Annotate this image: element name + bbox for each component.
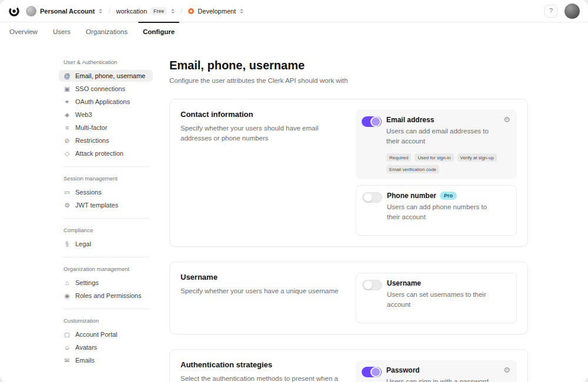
toggle-knob	[364, 193, 372, 202]
app-window: Personal Account / workcation Free / Dev…	[0, 0, 588, 382]
tab-users[interactable]: Users	[52, 22, 72, 41]
help-icon: ?	[549, 8, 553, 14]
sidebar-item-label: Restrictions	[75, 137, 109, 144]
card-info: Authentication strategies Select the aut…	[181, 360, 344, 382]
tab-configure[interactable]: Configure	[142, 22, 176, 41]
sidebar-section-title: Organization management	[64, 266, 153, 272]
breadcrumb: Personal Account / workcation Free / Dev…	[8, 5, 243, 17]
password-toggle[interactable]	[362, 367, 382, 377]
setting-password: Password Users can sign in with a passwo…	[356, 360, 517, 382]
sso-icon: ▣	[64, 85, 71, 92]
setting-username: Username Users can set usernames to thei…	[356, 273, 517, 323]
page-subtitle: Configure the user attributes the Clerk …	[169, 77, 528, 84]
sidebar-section-title: Session management	[64, 175, 153, 182]
main-panel: Email, phone, username Configure the use…	[169, 59, 528, 382]
plan-badge: Free	[151, 7, 167, 15]
oauth-icon: ✦	[64, 98, 71, 105]
setting-title: Email address	[386, 116, 434, 124]
sidebar-item-web3[interactable]: ◈ Web3	[59, 109, 153, 120]
shield-icon: ◇	[64, 150, 71, 157]
jwt-icon: ⚙	[64, 202, 71, 209]
setting-description: Users can add email addresses to their a…	[386, 126, 500, 147]
setting-body: Phone number Pro Users can add phone num…	[387, 192, 510, 229]
tab-organizations[interactable]: Organizations	[85, 22, 129, 41]
sidebar-item-email-phone-username[interactable]: @ Email, phone, username	[59, 70, 153, 82]
sidebar-item-label: Web3	[75, 111, 92, 118]
sidebar-item-settings[interactable]: ⌂ Settings	[59, 277, 153, 289]
setting-email-address: Email address Users can add email addres…	[356, 110, 517, 179]
sidebar-item-sessions[interactable]: ▭ Sessions	[59, 186, 153, 198]
username-toggle[interactable]	[362, 280, 382, 290]
card-info: Contact information Specify whether your…	[181, 110, 344, 236]
phone-number-toggle[interactable]	[362, 192, 382, 203]
help-button[interactable]: ?	[544, 5, 557, 18]
sidebar-item-label: Legal	[75, 240, 91, 247]
setting-title: Password	[386, 366, 420, 374]
workspace-name: workcation	[116, 8, 147, 15]
sidebar-item-avatars[interactable]: ☺ Avatars	[59, 341, 153, 353]
sidebar-divider	[64, 309, 149, 309]
sidebar-item-label: Account Portal	[75, 331, 118, 338]
breadcrumb-separator: /	[108, 7, 110, 15]
sidebar-item-label: Attack protection	[75, 150, 123, 157]
sidebar-item-roles-and-permissions[interactable]: ◉ Roles and Permissions	[59, 290, 153, 301]
at-icon: @	[64, 72, 71, 79]
org-settings-icon: ⌂	[64, 279, 71, 286]
setting-description: Users can add phone numbers to their acc…	[387, 202, 500, 223]
card-settings: Password Users can sign in with a passwo…	[356, 360, 517, 382]
legal-icon: §	[64, 240, 71, 247]
user-avatar[interactable]	[564, 4, 580, 19]
environment-name: Development	[198, 8, 236, 15]
tab-overview[interactable]: Overview	[8, 22, 39, 41]
card-description: Specify whether your users have a unique…	[181, 286, 344, 296]
environment-dot-icon	[188, 8, 194, 14]
chip: Used for sign-in	[415, 153, 453, 162]
sidebar-item-oauth-applications[interactable]: ✦ OAuth Applications	[59, 96, 153, 108]
breadcrumb-separator: /	[181, 7, 182, 15]
card-description: Specify whether your users should have e…	[181, 123, 344, 144]
lock-icon: ⊘	[64, 137, 71, 144]
card-settings: Email address Users can add email addres…	[356, 110, 517, 236]
gear-icon[interactable]: ⚙	[503, 116, 510, 123]
setting-body: Username Users can set usernames to thei…	[387, 279, 510, 317]
account-switcher[interactable]: Personal Account	[26, 6, 102, 16]
workspace-switcher[interactable]: workcation Free	[116, 7, 175, 15]
card-settings: Username Users can set usernames to thei…	[356, 273, 517, 323]
account-avatar	[26, 6, 36, 16]
sidebar-item-emails[interactable]: ✉ Emails	[59, 354, 153, 366]
avatars-icon: ☺	[64, 344, 71, 351]
gear-icon[interactable]: ⚙	[503, 366, 510, 374]
tab-bar: Overview Users Organizations Configure	[0, 22, 588, 41]
setting-body: Password Users can sign in with a passwo…	[386, 366, 511, 382]
sidebar-item-label: JWT templates	[75, 202, 118, 209]
chevron-updown-icon	[99, 9, 102, 14]
chevron-updown-icon	[240, 9, 243, 14]
setting-title: Phone number	[387, 192, 436, 200]
sidebar-divider	[64, 166, 149, 167]
web3-icon: ◈	[64, 111, 71, 118]
sidebar-item-jwt-templates[interactable]: ⚙ JWT templates	[59, 199, 153, 211]
sidebar-item-account-portal[interactable]: ▢ Account Portal	[59, 329, 153, 340]
card-description: Select the authentication methods to pre…	[181, 374, 344, 382]
sidebar-item-label: Roles and Permissions	[75, 292, 142, 299]
sidebar-item-label: Multi-factor	[75, 124, 107, 131]
chip: Required	[386, 153, 411, 162]
email-address-toggle[interactable]	[362, 116, 382, 127]
emails-icon: ✉	[64, 357, 71, 364]
setting-description: Users can set usernames to their account	[387, 290, 500, 310]
portal-icon: ▢	[64, 331, 71, 338]
sidebar-item-restrictions[interactable]: ⊘ Restrictions	[59, 135, 153, 146]
sidebar-section-title: User & Authentication	[64, 59, 153, 65]
card-title: Username	[181, 273, 344, 282]
sidebar-item-attack-protection[interactable]: ◇ Attack protection	[59, 148, 153, 159]
sidebar-item-legal[interactable]: § Legal	[59, 238, 153, 250]
card-title: Contact information	[181, 110, 344, 119]
sidebar-item-label: OAuth Applications	[75, 98, 130, 105]
card-title: Authentication strategies	[181, 360, 344, 369]
sessions-icon: ▭	[64, 189, 71, 196]
card-info: Username Specify whether your users have…	[181, 273, 344, 323]
sidebar-divider	[64, 257, 149, 257]
sidebar-item-multi-factor[interactable]: ≡ Multi-factor	[59, 122, 153, 133]
sidebar-item-sso-connections[interactable]: ▣ SSO connections	[59, 83, 153, 95]
environment-switcher[interactable]: Development	[188, 8, 243, 15]
